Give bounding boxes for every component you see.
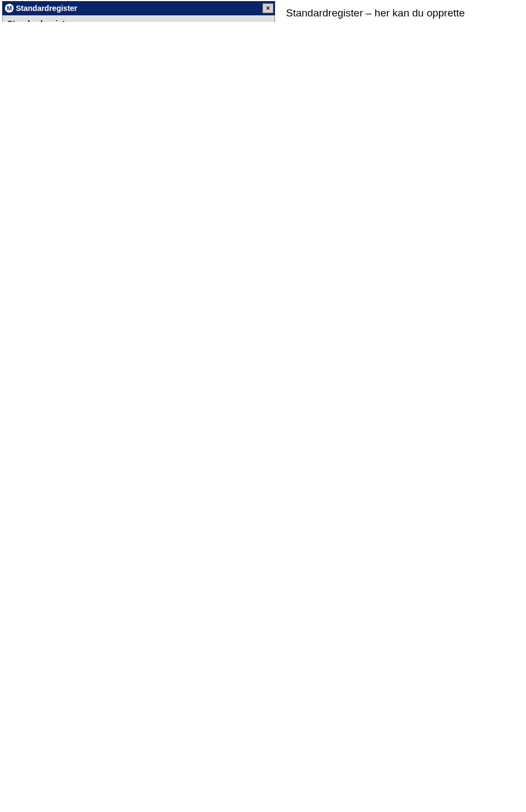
standardregister-window: M Standardregister × Standardregister Ve… — [2, 1, 275, 22]
app-icon: M — [5, 4, 14, 13]
side-text: Standardregister – her kan du opprette a… — [286, 2, 516, 22]
win1-heading: Standardregister — [7, 19, 270, 22]
side-para-1: Standardregister – her kan du opprette a… — [286, 2, 516, 22]
close-icon[interactable]: × — [262, 3, 273, 13]
win1-title: Standardregister — [16, 4, 262, 13]
win1-titlebar[interactable]: M Standardregister × — [2, 1, 275, 15]
